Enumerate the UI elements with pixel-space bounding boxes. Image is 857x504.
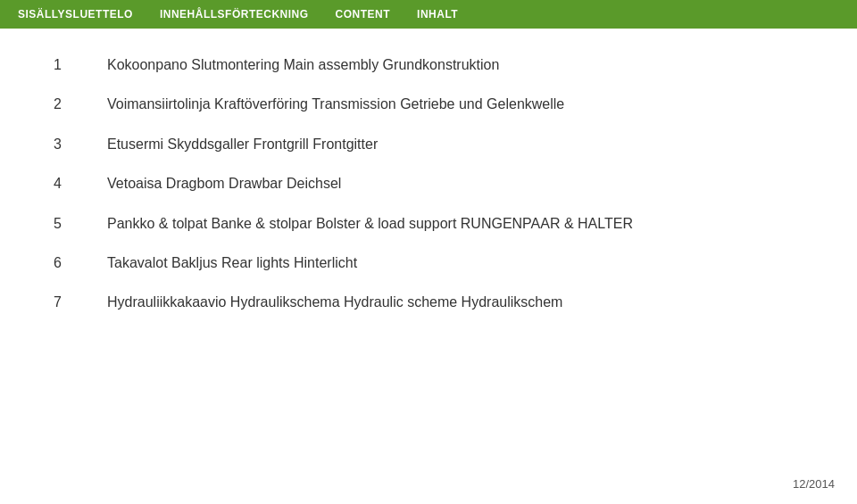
toc-row: 5Pankko & tolpat Banke & stolpar Bolster… bbox=[54, 214, 803, 234]
toc-item-text: Kokoonpano Slutmontering Main assembly G… bbox=[107, 55, 499, 75]
toc-number: 5 bbox=[54, 216, 107, 232]
toc-item-text: Etusermi Skyddsgaller Frontgrill Frontgi… bbox=[107, 135, 378, 154]
header-tab-content[interactable]: CONTENT bbox=[336, 8, 391, 21]
toc-row: 3Etusermi Skyddsgaller Frontgrill Frontg… bbox=[54, 135, 803, 154]
header-tab-innehallsforteckning[interactable]: INNEHÅLLSFÖRTECKNING bbox=[160, 8, 309, 21]
footer-date: 12/2014 bbox=[793, 477, 835, 491]
toc-item-text: Vetoaisa Dragbom Drawbar Deichsel bbox=[107, 174, 341, 194]
toc-row: 4Vetoaisa Dragbom Drawbar Deichsel bbox=[54, 174, 803, 194]
header-tab-inhalt[interactable]: INHALT bbox=[417, 8, 458, 21]
header-tab-sisallysluettelo[interactable]: SISÄLLYSLUETTELO bbox=[18, 8, 133, 21]
toc-row: 1Kokoonpano Slutmontering Main assembly … bbox=[54, 55, 803, 75]
toc-number: 4 bbox=[54, 176, 107, 192]
toc-row: 2Voimansiirtolinja Kraftöverföring Trans… bbox=[54, 95, 803, 114]
header-nav: SISÄLLYSLUETTELOINNEHÅLLSFÖRTECKNINGCONT… bbox=[0, 0, 857, 29]
toc-row: 7Hydrauliikkakaavio Hydraulikschema Hydr… bbox=[54, 293, 803, 312]
toc-item-text: Takavalot Bakljus Rear lights Hinterlich… bbox=[107, 253, 357, 273]
toc-number: 7 bbox=[54, 294, 107, 310]
toc-number: 1 bbox=[54, 57, 107, 73]
toc-content: 1Kokoonpano Slutmontering Main assembly … bbox=[0, 29, 857, 351]
toc-number: 6 bbox=[54, 255, 107, 271]
toc-number: 3 bbox=[54, 136, 107, 153]
toc-row: 6Takavalot Bakljus Rear lights Hinterlic… bbox=[54, 253, 803, 273]
toc-item-text: Pankko & tolpat Banke & stolpar Bolster … bbox=[107, 214, 633, 234]
toc-item-text: Voimansiirtolinja Kraftöverföring Transm… bbox=[107, 95, 564, 114]
toc-number: 2 bbox=[54, 96, 107, 112]
toc-item-text: Hydrauliikkakaavio Hydraulikschema Hydra… bbox=[107, 293, 562, 312]
